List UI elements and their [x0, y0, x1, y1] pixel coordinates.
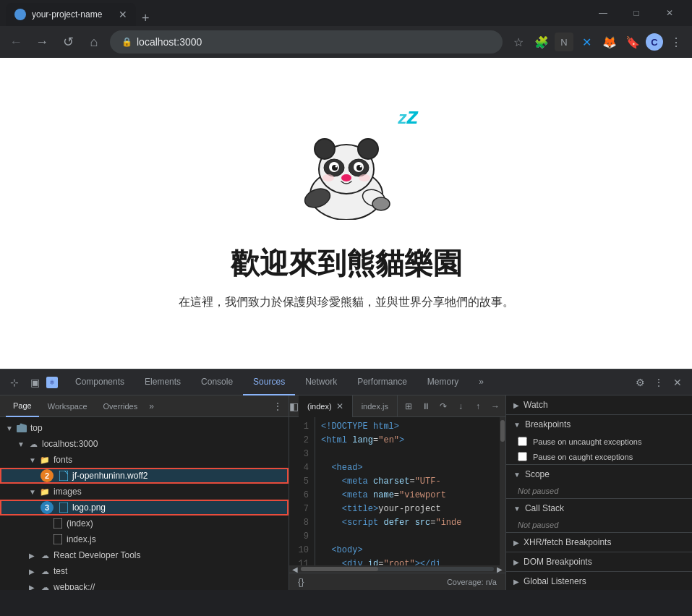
scroll-right[interactable]: ▶	[497, 565, 503, 573]
tab-network[interactable]: Network	[295, 369, 347, 395]
code-line-11: <div id="root"></di	[321, 557, 494, 565]
scope-not-paused: Not paused	[518, 487, 558, 495]
dom-label: DOM Breakpoints	[524, 557, 592, 567]
profile-icon[interactable]: C	[646, 33, 663, 51]
tree-label-index: (index)	[67, 518, 93, 529]
code-line-3	[321, 448, 494, 461]
extension-icon-3[interactable]: ✕	[576, 32, 597, 52]
devtools-inspect-icon[interactable]: ▣	[26, 374, 43, 391]
sources-overrides-tab[interactable]: Overrides	[96, 395, 145, 417]
toolbar-icons: ☆ 🧩 N ✕ 🦊 🔖 C ⋮	[508, 32, 686, 52]
tab-elements[interactable]: Elements	[134, 369, 191, 395]
devtools-pointer-icon[interactable]: ⊹	[6, 374, 23, 391]
callstack-header[interactable]: ▼ Call Stack	[506, 499, 692, 518]
svg-point-13	[359, 166, 362, 168]
badge-2: 2	[40, 469, 54, 482]
tab-memory[interactable]: Memory	[417, 369, 469, 395]
editor-tab-index-close[interactable]: ✕	[336, 401, 343, 411]
tree-item-woff2[interactable]: 2 jf-openhuninn.woff2	[0, 468, 289, 484]
format-button[interactable]: {}	[298, 576, 304, 587]
editor-continue-icon[interactable]: →	[487, 398, 503, 414]
code-line-7: <title>your-project	[321, 502, 494, 516]
tree-item-react[interactable]: ▶ ☁ React Developer Tools	[0, 547, 289, 563]
global-arrow: ▶	[513, 578, 519, 586]
forward-button[interactable]: →	[32, 32, 52, 52]
editor-step-into-icon[interactable]: ↓	[453, 398, 469, 414]
extension-icon-2[interactable]: N	[555, 33, 573, 51]
maximize-button[interactable]: □	[620, 0, 653, 26]
global-header[interactable]: ▶ Global Listeners	[506, 572, 692, 590]
tab-more[interactable]: »	[469, 369, 494, 395]
home-button[interactable]: ⌂	[84, 32, 104, 52]
tree-label-fonts: fonts	[54, 455, 72, 465]
close-button[interactable]: ✕	[653, 0, 686, 26]
editor-format-icon[interactable]: ⊞	[401, 398, 417, 414]
tab-close-button[interactable]: ✕	[119, 9, 127, 20]
folder-icon-top	[16, 422, 27, 434]
extension-icon-5[interactable]: 🔖	[623, 32, 643, 52]
zzz-decoration: zz	[398, 104, 419, 127]
tree-label-webpack: webpack://	[54, 582, 95, 590]
tree-item-fonts[interactable]: ▼ 📁 fonts	[0, 452, 289, 468]
sources-more-tabs[interactable]: »	[146, 401, 157, 411]
pause-caught-checkbox[interactable]	[518, 452, 527, 461]
editor-tab-index[interactable]: (index) ✕	[299, 395, 353, 417]
tab-console[interactable]: Console	[191, 369, 243, 395]
devtools-menu-icon[interactable]: ⋮	[650, 374, 667, 391]
sources-workspace-tab[interactable]: Workspace	[40, 395, 95, 417]
tab-sources[interactable]: Sources	[243, 369, 295, 395]
code-line-6: <meta name="viewport	[321, 489, 494, 502]
settings-icon[interactable]: ⚙	[631, 374, 649, 391]
minimize-button[interactable]: —	[586, 0, 620, 26]
extension-icon-4[interactable]: 🦊	[599, 32, 620, 52]
scrollbar-track-x	[301, 567, 494, 571]
tree-item-indexjs[interactable]: index.js	[0, 531, 289, 547]
scrollbar-thumb-x[interactable]	[301, 567, 378, 571]
pause-uncaught-checkbox[interactable]	[518, 437, 527, 446]
xhr-header[interactable]: ▶ XHR/fetch Breakpoints	[506, 533, 692, 552]
new-tab-button[interactable]: +	[136, 11, 155, 26]
scroll-left[interactable]: ◀	[292, 565, 298, 573]
address-input[interactable]: 🔒 localhost:3000	[110, 30, 503, 54]
tree-item-localhost[interactable]: ▼ ☁ localhost:3000	[0, 436, 289, 452]
reload-button[interactable]: ↺	[58, 32, 78, 52]
tree-item-top[interactable]: ▼ top	[0, 420, 289, 436]
tree-item-webpack[interactable]: ▶ ☁ webpack://	[0, 579, 289, 590]
panda-area: zz	[179, 116, 514, 310]
svg-point-4	[315, 139, 335, 159]
breakpoints-header[interactable]: ▼ Breakpoints	[506, 415, 692, 434]
cloud-icon-test: ☁	[39, 565, 51, 577]
cloud-icon-webpack: ☁	[39, 581, 51, 590]
sources-editor-panel: ◧ (index) ✕ index.js ⊞ ⏸ ↷ ↓ ↑ → ⊘	[289, 395, 505, 590]
devtools-body: Page Workspace Overrides » ⋮ ▼ top	[0, 395, 692, 590]
editor-pause-icon[interactable]: ⏸	[418, 398, 434, 414]
scrollbar-x[interactable]: ◀ ▶	[289, 565, 505, 573]
scope-header[interactable]: ▼ Scope	[506, 465, 692, 484]
editor-sidebar-toggle[interactable]: ◧	[289, 395, 299, 417]
tab-components[interactable]: Components	[65, 369, 134, 395]
bookmark-icon[interactable]: ☆	[508, 32, 529, 52]
scrollbar-thumb[interactable]	[500, 420, 505, 442]
global-label: Global Listeners	[524, 576, 586, 586]
watch-header[interactable]: ▶ Watch	[506, 395, 692, 414]
editor-tab-indexjs[interactable]: index.js	[353, 395, 398, 417]
tree-item-logo[interactable]: 3 logo.png	[0, 500, 289, 516]
global-section: ▶ Global Listeners	[506, 572, 692, 590]
dom-header[interactable]: ▶ DOM Breakpoints	[506, 552, 692, 571]
devtools-close-icon[interactable]: ✕	[669, 374, 686, 391]
menu-icon[interactable]: ⋮	[666, 32, 686, 52]
sources-page-tab[interactable]: Page	[6, 395, 39, 417]
editor-step-over-icon[interactable]: ↷	[435, 398, 451, 414]
editor-step-out-icon[interactable]: ↑	[470, 398, 486, 414]
scrollbar-y[interactable]	[500, 417, 505, 565]
back-button[interactable]: ←	[6, 32, 26, 52]
sources-panel-menu[interactable]: ⋮	[273, 401, 283, 412]
extension-icon-1[interactable]: 🧩	[531, 32, 552, 52]
tab-performance[interactable]: Performance	[347, 369, 417, 395]
browser-tab[interactable]: your-project-name ✕	[6, 3, 136, 26]
tree-item-index[interactable]: (index)	[0, 516, 289, 531]
coverage-label: Coverage: n/a	[447, 578, 497, 586]
tree-item-images[interactable]: ▼ 📁 images	[0, 484, 289, 500]
right-panel-scrollbar[interactable]	[688, 421, 692, 565]
tree-item-test[interactable]: ▶ ☁ test	[0, 563, 289, 579]
